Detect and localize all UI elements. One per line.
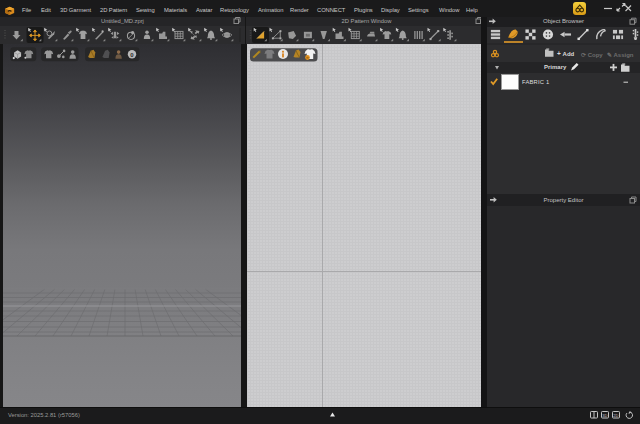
svg-text:2D: 2D: [613, 413, 618, 418]
svg-text:3D: 3D: [602, 413, 607, 418]
